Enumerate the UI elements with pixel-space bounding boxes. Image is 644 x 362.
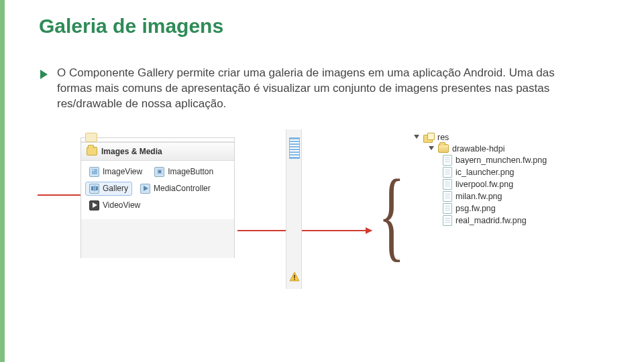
tree-node-file[interactable]: real_madrid.fw.png bbox=[411, 215, 576, 227]
tree-node-file[interactable]: ic_launcher.png bbox=[411, 166, 576, 178]
svg-rect-4 bbox=[91, 186, 93, 190]
video-icon bbox=[89, 200, 99, 210]
svg-rect-3 bbox=[158, 170, 161, 173]
tree-file-label: real_madrid.fw.png bbox=[455, 216, 527, 225]
arrow-to-palette bbox=[38, 194, 87, 196]
svg-rect-8 bbox=[294, 279, 295, 280]
file-icon bbox=[443, 203, 452, 214]
file-icon bbox=[443, 191, 452, 202]
palette-item-label: ImageView bbox=[103, 167, 142, 176]
palette-item-label: MediaController bbox=[154, 184, 211, 193]
tree-twisty-icon bbox=[428, 145, 435, 152]
tree-node-res[interactable]: res bbox=[411, 132, 576, 143]
brace-icon: { bbox=[378, 164, 405, 265]
file-icon bbox=[443, 155, 452, 166]
tree-node-file[interactable]: liverpool.fw.png bbox=[411, 178, 576, 190]
tree-node-file[interactable]: psg.fw.png bbox=[411, 202, 576, 215]
image-icon bbox=[89, 167, 99, 177]
accent-bar bbox=[0, 0, 5, 362]
svg-rect-5 bbox=[93, 186, 95, 191]
tree-file-label: liverpool.fw.png bbox=[455, 180, 513, 189]
bullet-icon bbox=[40, 70, 48, 79]
palette-group-label: Images & Media bbox=[101, 147, 162, 156]
file-icon bbox=[443, 179, 452, 190]
palette-item-mediacontroller[interactable]: MediaController bbox=[136, 182, 215, 196]
tree-file-label: ic_launcher.png bbox=[455, 168, 515, 177]
page-title: Galeria de imagens bbox=[39, 15, 605, 38]
palette-item-label: VideoView bbox=[103, 200, 140, 210]
paragraph-text: O Componente Gallery permite criar uma g… bbox=[57, 66, 580, 112]
palette-item-imagebutton[interactable]: ImageButton bbox=[150, 165, 217, 179]
arrow-to-tree bbox=[237, 230, 372, 231]
play-icon bbox=[140, 184, 150, 194]
tree-node-drawable[interactable]: drawable-hdpi bbox=[411, 143, 576, 154]
file-icon bbox=[443, 167, 452, 178]
tree-node-file[interactable]: milan.fw.png bbox=[411, 190, 576, 202]
palette-item-gallery[interactable]: Gallery bbox=[85, 182, 132, 196]
file-icon bbox=[443, 215, 452, 226]
project-tree: res drawable-hdpi bayern_munchen.fw.png … bbox=[411, 129, 576, 229]
tree-node-label: drawable-hdpi bbox=[452, 144, 505, 154]
palette-panel: Images & Media ImageView ImageButton Gal… bbox=[80, 137, 235, 258]
gallery-icon bbox=[89, 184, 99, 194]
tree-file-label: bayern_munchen.fw.png bbox=[455, 156, 547, 165]
svg-point-1 bbox=[93, 170, 94, 171]
tree-file-label: psg.fw.png bbox=[455, 204, 496, 213]
svg-rect-6 bbox=[96, 186, 98, 190]
palette-item-label: ImageButton bbox=[168, 167, 213, 176]
folder-icon bbox=[87, 147, 97, 156]
tree-node-file[interactable]: bayern_munchen.fw.png bbox=[411, 154, 576, 166]
palette-body: ImageView ImageButton Gallery MediaContr… bbox=[81, 161, 234, 219]
tree-file-label: milan.fw.png bbox=[455, 192, 502, 201]
tree-twisty-icon bbox=[413, 134, 420, 141]
bullet-item: O Componente Gallery permite criar uma g… bbox=[39, 66, 605, 112]
palette-item-label: Gallery bbox=[103, 184, 128, 193]
folder-open-icon bbox=[438, 144, 449, 153]
palette-group-header[interactable]: Images & Media bbox=[81, 142, 234, 161]
palette-previous-group-stub bbox=[81, 138, 234, 142]
figure-area: Images & Media ImageView ImageButton Gal… bbox=[39, 129, 605, 304]
palette-item-imageview[interactable]: ImageView bbox=[85, 165, 146, 179]
package-folder-icon bbox=[423, 133, 434, 143]
svg-rect-0 bbox=[92, 169, 97, 174]
image-button-icon bbox=[154, 167, 164, 177]
svg-rect-7 bbox=[294, 275, 295, 278]
warning-icon bbox=[289, 272, 300, 282]
editor-ruler bbox=[286, 129, 302, 289]
palette-item-videoview[interactable]: VideoView bbox=[85, 198, 159, 213]
tree-node-label: res bbox=[437, 133, 449, 142]
